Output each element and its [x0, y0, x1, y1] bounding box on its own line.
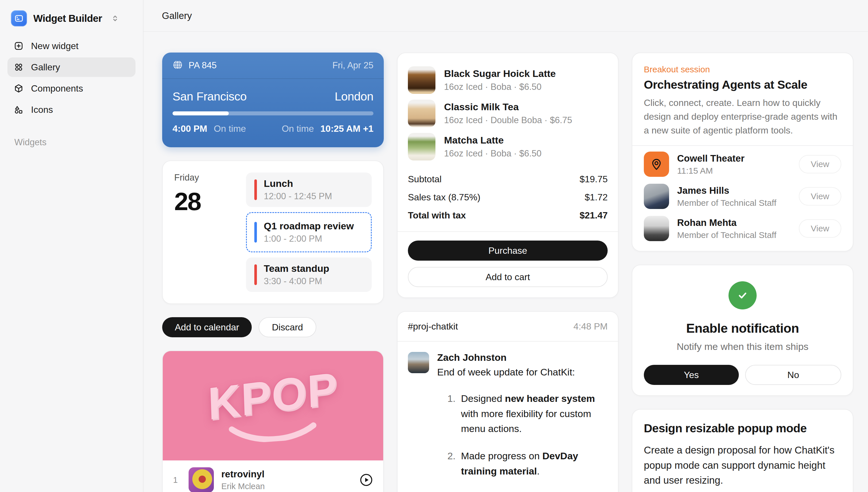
event-team-standup[interactable]: Team standup 3:30 - 4:00 PM — [246, 257, 372, 292]
notification-subtitle: Notify me when this item ships — [644, 341, 841, 352]
message-text: End of week update for ChatKit: — [437, 367, 607, 378]
session-speaker-row: Rohan Mehta Member of Technical Staff Vi… — [644, 213, 841, 245]
event-title: Team standup — [264, 263, 329, 274]
total-label: Sales tax (8.75%) — [408, 192, 480, 203]
no-button[interactable]: No — [745, 365, 841, 385]
sidebar-item-new-widget[interactable]: New widget — [7, 36, 135, 56]
sidebar: Widget Builder New widget — [0, 0, 144, 492]
sidebar-item-label: Components — [31, 83, 83, 94]
total-with-tax-row: Total with tax $21.47 — [408, 206, 607, 224]
sidebar-nav: New widget Gallery Compo — [7, 36, 135, 119]
event-q1-roadmap-review[interactable]: Q1 roadmap review 1:00 - 2:00 PM — [246, 212, 372, 252]
yes-button[interactable]: Yes — [644, 365, 739, 385]
playlist-cover: KPOP — [163, 351, 383, 461]
gallery-column-1: PA 845 Fri, Apr 25 San Francisco London — [162, 52, 384, 492]
track-list: 1 retrovinyl Erik Mclean — [163, 461, 383, 492]
calendar-weekday: Friday — [174, 173, 243, 183]
calendar-actions: Add to calendar Discard — [162, 317, 384, 337]
track-index: 1 — [173, 475, 181, 485]
subtotal-row: Subtotal $19.75 — [408, 170, 607, 188]
view-button[interactable]: View — [799, 187, 841, 205]
view-button[interactable]: View — [799, 155, 841, 173]
location-pin-icon — [644, 152, 669, 177]
list-item: 3. Coordinated with partners to prioriti… — [437, 491, 607, 492]
list-item-number: 1. — [437, 391, 455, 436]
gallery-column-2: Black Sugar Hoick Latte 16oz Iced · Boba… — [397, 52, 619, 492]
list-item: 1. Designed new header system with more … — [437, 391, 607, 436]
speaker-role: Member of Technical Staff — [677, 198, 776, 208]
channel-name: #proj-chatkit — [408, 321, 458, 332]
message-timestamp: 4:48 PM — [573, 321, 607, 332]
sidebar-item-icons[interactable]: Icons — [7, 100, 135, 119]
session-title: Orchestrating Agents at Scale — [644, 78, 841, 92]
speaker-name: James Hills — [677, 185, 776, 196]
flight-times: 4:00 PM On time On time 10:25 AM +1 — [173, 123, 373, 134]
order-items: Black Sugar Hoick Latte 16oz Iced · Boba… — [398, 53, 618, 166]
event-list: Lunch 12:00 - 12:45 PM Q1 roadmap review… — [246, 173, 372, 292]
chevron-updown-icon[interactable] — [111, 14, 119, 23]
notification-actions: Yes No — [644, 365, 841, 385]
event-time: 1:00 - 2:00 PM — [264, 233, 354, 244]
cube-icon — [14, 83, 24, 93]
speaker-role: Member of Technical Staff — [677, 230, 776, 240]
departure-time: 4:00 PM — [173, 123, 207, 134]
order-item-2: Classic Milk Tea 16oz Iced · Double Boba… — [408, 97, 607, 130]
event-time: 3:30 - 4:00 PM — [264, 276, 329, 287]
list-item-number: 3. — [437, 491, 455, 492]
drink-name: Matcha Latte — [444, 134, 542, 146]
add-to-cart-button[interactable]: Add to cart — [408, 267, 607, 287]
drink-photo — [408, 66, 436, 94]
page-title: Gallery — [162, 10, 192, 21]
session-description: Click, connect, create. Learn how to qui… — [644, 96, 841, 137]
chat-body: Zach Johnston End of week update for Cha… — [398, 342, 618, 492]
drink-name: Classic Milk Tea — [444, 101, 572, 113]
view-button[interactable]: View — [799, 219, 841, 238]
app-logo-icon — [11, 10, 27, 26]
session-widget: Breakout session Orchestrating Agents at… — [632, 52, 853, 251]
task-title: Design resizable popup mode — [644, 422, 841, 435]
drink-photo — [408, 100, 436, 127]
sidebar-item-label: Gallery — [31, 62, 60, 73]
flight-cities: San Francisco London — [173, 90, 373, 103]
calendar-date: Friday 28 — [174, 173, 243, 292]
sidebar-item-gallery[interactable]: Gallery — [7, 57, 135, 77]
add-to-calendar-button[interactable]: Add to calendar — [162, 317, 252, 337]
main-area: Gallery — [144, 0, 868, 492]
total-value: $21.47 — [579, 210, 607, 221]
total-label: Total with tax — [408, 210, 466, 221]
widget-builder-app: Widget Builder New widget — [0, 0, 868, 492]
arrival-time: 10:25 AM +1 — [320, 123, 373, 134]
chat-widget: #proj-chatkit 4:48 PM Zach Johnston End … — [397, 311, 619, 492]
app-switcher[interactable]: Widget Builder — [7, 8, 135, 36]
event-time: 12:00 - 12:45 PM — [264, 191, 332, 201]
task-body: Create a design proposal for how ChatKit… — [644, 443, 841, 488]
session-speaker-row: James Hills Member of Technical Staff Vi… — [644, 180, 841, 213]
event-lunch[interactable]: Lunch 12:00 - 12:45 PM — [246, 173, 372, 207]
order-item-3: Matcha Latte 16oz Iced · Boba · $6.50 — [408, 130, 607, 163]
drink-details: 16oz Iced · Boba · $6.50 — [444, 148, 542, 159]
flight-progress-fill — [173, 112, 229, 115]
event-color-bar — [254, 264, 257, 285]
playlist-widget: KPOP 1 retrovinyl Erik Mclean — [162, 350, 384, 492]
track-row-1[interactable]: 1 retrovinyl Erik Mclean — [173, 464, 373, 492]
purchase-button[interactable]: Purchase — [408, 241, 607, 261]
widgets-section-label: Widgets — [7, 137, 135, 148]
flight-header: PA 845 Fri, Apr 25 — [162, 52, 384, 79]
total-label: Subtotal — [408, 174, 442, 184]
message-author: Zach Johnston — [437, 352, 607, 363]
track-title: retrovinyl — [221, 469, 265, 479]
location-name: Cowell Theater — [677, 153, 745, 164]
event-title: Lunch — [264, 178, 332, 189]
discard-button[interactable]: Discard — [258, 317, 316, 337]
task-widget: Design resizable popup mode Create a des… — [632, 409, 853, 492]
list-item-number: 2. — [437, 448, 455, 478]
flight-date: Fri, Apr 25 — [332, 60, 373, 71]
flight-widget[interactable]: PA 845 Fri, Apr 25 San Francisco London — [162, 52, 384, 147]
origin-city: San Francisco — [173, 90, 247, 103]
sidebar-item-components[interactable]: Components — [7, 79, 135, 98]
gallery-column-3: Breakout session Orchestrating Agents at… — [632, 52, 853, 492]
session-time: 11:15 AM — [677, 166, 745, 176]
play-icon[interactable] — [359, 473, 373, 487]
sidebar-item-label: Icons — [31, 104, 53, 115]
success-check-icon — [728, 281, 757, 310]
